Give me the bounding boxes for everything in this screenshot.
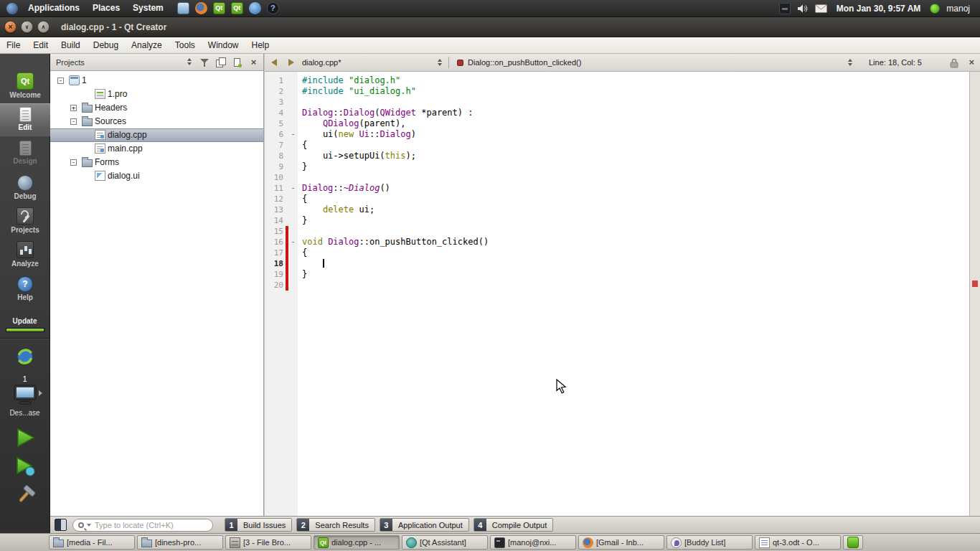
- menu-places[interactable]: Places: [86, 0, 126, 17]
- mode-welcome[interactable]: Welcome: [0, 70, 50, 103]
- taskbar-item-media-fil[interactable]: [media - Fil...: [49, 535, 135, 550]
- tree-item-sources[interactable]: -Sources: [50, 115, 263, 128]
- code-line-3[interactable]: 3: [265, 97, 969, 108]
- go-back-button[interactable]: [269, 57, 281, 68]
- code-line-11[interactable]: 11-Dialog::~Dialog(): [265, 183, 969, 194]
- qt-designer-launcher-icon[interactable]: Qt: [231, 2, 243, 14]
- menu-analyze[interactable]: Analyze: [125, 37, 169, 53]
- code-line-10[interactable]: 10: [265, 172, 969, 183]
- update-refresh-icon[interactable]: [15, 347, 35, 367]
- debug-run-button[interactable]: [14, 456, 37, 479]
- code-line-6[interactable]: 6- ui(new Ui::Dialog): [265, 129, 969, 140]
- code-area[interactable]: 1#include "dialog.h"2#include "ui_dialog…: [265, 72, 969, 516]
- code-line-13[interactable]: 13 delete ui;: [265, 204, 969, 215]
- minimize-window-button[interactable]: ∨: [21, 21, 33, 33]
- filter-button[interactable]: [196, 55, 212, 70]
- locator-field[interactable]: [72, 519, 213, 532]
- tree-item-1-pro[interactable]: 1.pro: [50, 88, 263, 101]
- fold-marker-icon[interactable]: -: [288, 237, 298, 248]
- code-line-5[interactable]: 5 QDialog(parent),: [265, 118, 969, 129]
- taskbar-item-qt-3-odt-o[interactable]: qt-3.odt - O...: [755, 535, 841, 550]
- editor-vertical-scrollbar[interactable]: [969, 72, 980, 516]
- output-pane-search-results[interactable]: 2Search Results: [296, 518, 375, 532]
- username-menu[interactable]: manoj: [946, 4, 973, 14]
- symbol-dropdown[interactable]: Dialog::on_pushButton_clicked(): [468, 54, 581, 71]
- display-launcher-icon[interactable]: [177, 2, 189, 14]
- menu-applications[interactable]: Applications: [22, 0, 86, 17]
- mail-icon[interactable]: [815, 4, 827, 13]
- taskbar-item-dinesh-pro[interactable]: [dinesh-pro...: [137, 535, 223, 550]
- mode-edit[interactable]: Edit: [0, 103, 50, 137]
- clock[interactable]: Mon Jan 30, 9:57 AM: [834, 4, 924, 14]
- close-panel-button[interactable]: ×: [245, 55, 262, 70]
- mode-projects[interactable]: Projects: [0, 204, 50, 238]
- code-line-9[interactable]: 9}: [265, 161, 969, 172]
- output-pane-compile-output[interactable]: 4Compile Output: [473, 518, 553, 532]
- symbol-dropdown-arrows-icon[interactable]: [846, 59, 854, 66]
- qtcreator-launcher-icon[interactable]: Qt: [213, 2, 225, 14]
- tree-item-forms[interactable]: -Forms: [50, 156, 263, 169]
- taskbar-item-green[interactable]: [843, 535, 863, 550]
- go-forward-button[interactable]: [285, 57, 296, 68]
- locator-options-arrow-icon[interactable]: [87, 524, 91, 527]
- output-pane-application-output[interactable]: 3Application Output: [380, 518, 469, 532]
- code-line-1[interactable]: 1#include "dialog.h": [265, 75, 969, 86]
- menu-help[interactable]: Help: [245, 37, 276, 53]
- menu-file[interactable]: File: [0, 37, 27, 53]
- tray-icon[interactable]: [779, 3, 791, 14]
- code-line-19[interactable]: 19}: [265, 269, 969, 280]
- mode-help[interactable]: Help: [0, 272, 50, 306]
- run-button[interactable]: [14, 427, 37, 450]
- taskbar-item-3-file-bro[interactable]: [3 - File Bro...: [225, 535, 311, 550]
- tree-item-dialog-cpp[interactable]: dialog.cpp: [50, 128, 263, 142]
- open-file-dropdown[interactable]: dialog.cpp*: [302, 54, 341, 71]
- close-window-button[interactable]: ×: [4, 21, 17, 33]
- code-line-14[interactable]: 14}: [265, 215, 969, 226]
- menu-window[interactable]: Window: [202, 37, 245, 53]
- code-line-20[interactable]: 20: [265, 280, 969, 291]
- tree-item-dialog-ui[interactable]: dialog.ui: [50, 169, 263, 183]
- code-line-4[interactable]: 4Dialog::Dialog(QWidget *parent) :: [265, 108, 969, 118]
- taskbar-item-dialog-cpp[interactable]: dialog.cpp - ...: [314, 535, 400, 550]
- code-line-17[interactable]: 17{: [265, 248, 969, 258]
- code-line-15[interactable]: 15: [265, 226, 969, 237]
- taskbar-item-manoj-nxi[interactable]: [manoj@nxi...: [490, 535, 576, 550]
- code-line-12[interactable]: 12{: [265, 194, 969, 204]
- fold-marker-icon[interactable]: -: [288, 129, 298, 140]
- build-button[interactable]: [14, 484, 37, 507]
- target-selector[interactable]: 1 Des...ase: [0, 375, 50, 417]
- help-launcher-icon[interactable]: ?: [267, 2, 279, 14]
- code-line-8[interactable]: 8 ui->setupUi(this);: [265, 151, 969, 161]
- mode-debug[interactable]: Debug: [0, 171, 50, 204]
- file-dropdown-arrows-icon[interactable]: [435, 59, 443, 66]
- menu-tools[interactable]: Tools: [169, 37, 202, 53]
- firefox-launcher-icon[interactable]: [195, 2, 207, 14]
- expand-icon[interactable]: +: [70, 105, 77, 111]
- menu-build[interactable]: Build: [55, 37, 87, 53]
- locator-input[interactable]: [95, 521, 207, 529]
- collapse-icon[interactable]: -: [70, 118, 77, 125]
- fold-marker-icon[interactable]: -: [288, 183, 298, 194]
- taskbar-item-gmail-inb[interactable]: [Gmail - Inb...: [578, 535, 664, 550]
- split-button[interactable]: [212, 55, 229, 70]
- projects-panel-header[interactable]: Projects ×: [50, 54, 263, 71]
- tree-item-main-cpp[interactable]: main.cpp: [50, 142, 263, 156]
- menu-debug[interactable]: Debug: [87, 37, 125, 53]
- close-editor-button[interactable]: ×: [969, 54, 974, 71]
- presence-status-icon[interactable]: [930, 4, 940, 14]
- taskbar-item-buddy-list[interactable]: [Buddy List]: [666, 535, 753, 550]
- output-pane-build-issues[interactable]: 1Build Issues: [225, 518, 292, 532]
- code-line-2[interactable]: 2#include "ui_dialog.h": [265, 86, 969, 97]
- sidebar-toggle-icon[interactable]: [55, 519, 67, 531]
- window-titlebar[interactable]: × ∨ ∧ dialog.cpp - 1 - Qt Creator: [0, 17, 980, 37]
- tree-item-headers[interactable]: +Headers: [50, 101, 263, 115]
- panel-chooser-arrows-icon[interactable]: [185, 58, 193, 65]
- kit-popup-arrow-icon[interactable]: [39, 390, 42, 396]
- code-line-16[interactable]: 16-void Dialog::on_pushButton_clicked(): [265, 237, 969, 248]
- menu-edit[interactable]: Edit: [27, 37, 55, 53]
- tree-item-1[interactable]: -1: [50, 74, 263, 88]
- maximize-window-button[interactable]: ∧: [37, 21, 50, 33]
- chat-launcher-icon[interactable]: [249, 2, 261, 14]
- sync-with-editor-button[interactable]: [229, 55, 245, 70]
- volume-icon[interactable]: [797, 4, 809, 14]
